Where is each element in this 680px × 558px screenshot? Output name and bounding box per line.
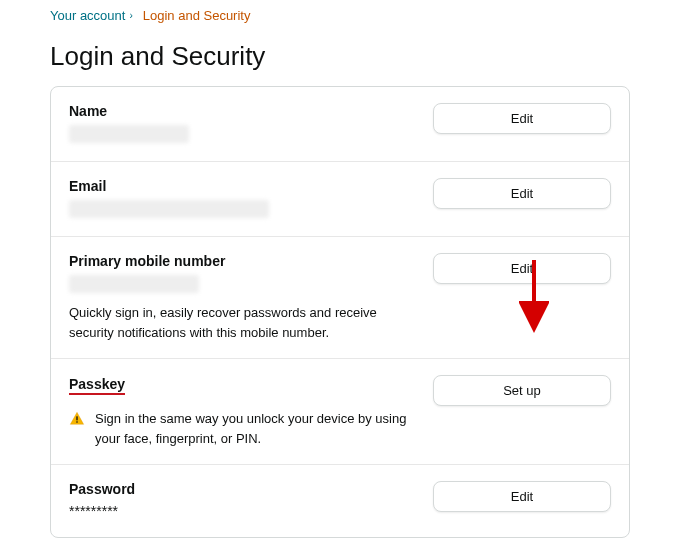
password-label: Password xyxy=(69,481,417,497)
mobile-value xyxy=(69,275,199,293)
breadcrumb-parent-link[interactable]: Your account xyxy=(50,8,125,23)
chevron-right-icon: › xyxy=(129,10,132,21)
row-password: Password ********* Edit xyxy=(51,465,629,537)
password-value: ********* xyxy=(69,503,417,519)
warning-icon xyxy=(69,411,85,427)
row-email: Email Edit xyxy=(51,162,629,237)
mobile-help-text: Quickly sign in, easily recover password… xyxy=(69,303,417,342)
name-value xyxy=(69,125,189,143)
mobile-label: Primary mobile number xyxy=(69,253,417,269)
name-label: Name xyxy=(69,103,417,119)
setup-passkey-button[interactable]: Set up xyxy=(433,375,611,406)
email-value xyxy=(69,200,269,218)
row-name: Name Edit xyxy=(51,87,629,162)
row-mobile: Primary mobile number Quickly sign in, e… xyxy=(51,237,629,359)
edit-mobile-button[interactable]: Edit xyxy=(433,253,611,284)
breadcrumb: Your account › Login and Security xyxy=(50,8,630,23)
email-label: Email xyxy=(69,178,417,194)
breadcrumb-current: Login and Security xyxy=(143,8,251,23)
settings-card: Name Edit Email Edit Primary mobile numb… xyxy=(50,86,630,538)
passkey-help-text: Sign in the same way you unlock your dev… xyxy=(95,409,417,448)
page-title: Login and Security xyxy=(50,41,630,72)
svg-rect-2 xyxy=(76,421,77,422)
row-passkey: Passkey Sign in the same way you unlock … xyxy=(51,359,629,465)
edit-email-button[interactable]: Edit xyxy=(433,178,611,209)
edit-name-button[interactable]: Edit xyxy=(433,103,611,134)
edit-password-button[interactable]: Edit xyxy=(433,481,611,512)
passkey-label: Passkey xyxy=(69,376,125,395)
svg-rect-1 xyxy=(76,416,77,420)
